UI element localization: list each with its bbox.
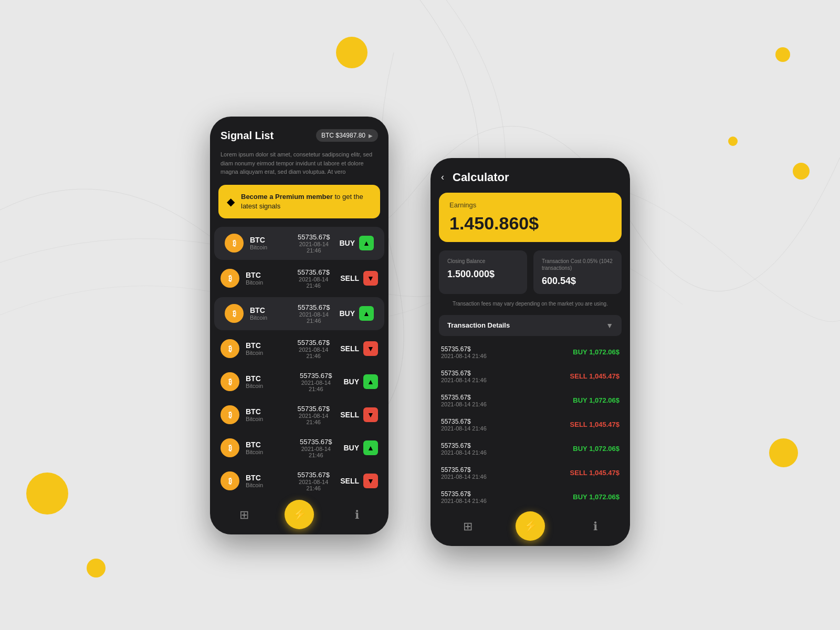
sell-btn[interactable]: ▼ [363, 341, 378, 356]
signal-item[interactable]: ₿ BTC Bitcoin 55735.67$ 2021-08-14 21:46… [210, 398, 388, 432]
tx-info: 55735.67$ 2021-08-14 21:46 [441, 394, 487, 407]
coin-full-name: Bitcoin [246, 383, 288, 389]
transaction-details-header[interactable]: Transaction Details ▼ [439, 315, 622, 336]
btc-icon: ₿ [220, 372, 239, 391]
price-date: 2021-08-14 21:46 [293, 413, 334, 425]
coin-full-name: Bitcoin [246, 279, 287, 286]
action-label: BUY [343, 377, 359, 386]
calculator-title: Calculator [453, 171, 509, 184]
earnings-card: Earnings 1.450.860$ [439, 193, 622, 242]
btc-icon: ₿ [220, 339, 239, 358]
tx-item[interactable]: 55735.67$ 2021-08-14 21:46 BUY 1,072.06$ [430, 388, 630, 413]
price-date: 2021-08-14 21:46 [293, 346, 334, 359]
earnings-value: 1.450.860$ [449, 213, 611, 234]
price-date: 2021-08-14 21:46 [295, 380, 337, 392]
grid-nav-icon[interactable]: ⊞ [239, 508, 249, 522]
tx-action: BUY 1,072.06$ [573, 396, 620, 404]
btc-price-value: BTC $34987.80 [321, 132, 365, 139]
btc-icon: ₿ [220, 405, 239, 424]
coin-full-name: Bitcoin [246, 416, 287, 422]
price-info: 55735.67$ 2021-08-14 21:46 [295, 372, 337, 392]
action-label: SELL [340, 344, 359, 353]
signal-header: Signal List BTC $34987.80 ▶ [210, 117, 388, 150]
stats-row: Closing Balance 1.500.000$ Transaction C… [439, 250, 622, 294]
coin-name: BTC [246, 407, 287, 416]
action-label: SELL [340, 274, 359, 282]
coin-info: BTC Bitcoin [246, 271, 287, 286]
sell-btn[interactable]: ▼ [363, 407, 378, 422]
lightning-nav-button[interactable]: ⚡ [285, 500, 314, 529]
coin-info: BTC Bitcoin [246, 374, 288, 389]
price-value: 55735.67$ [295, 303, 333, 311]
tx-item[interactable]: 55735.67$ 2021-08-14 21:46 SELL 1,045.47… [430, 461, 630, 485]
coin-info: BTC Bitcoin [246, 440, 288, 455]
left-phone: Signal List BTC $34987.80 ▶ Lorem ipsum … [210, 117, 388, 534]
price-value: 55735.67$ [293, 339, 334, 346]
info-nav-icon[interactable]: ℹ [593, 520, 597, 533]
action-label: BUY [343, 444, 359, 452]
signal-item[interactable]: ₿ BTC Bitcoin 55735.67$ 2021-08-14 21:46… [210, 332, 388, 365]
back-button[interactable]: ‹ [441, 172, 444, 183]
tx-item[interactable]: 55735.67$ 2021-08-14 21:46 BUY 1,072.06$ [430, 485, 630, 509]
lightning-nav-button[interactable]: ⚡ [516, 511, 545, 541]
price-info: 55735.67$ 2021-08-14 21:46 [293, 471, 334, 491]
action-label: BUY [339, 309, 355, 318]
tx-info: 55735.67$ 2021-08-14 21:46 [441, 490, 487, 504]
calculator-header: ‹ Calculator [430, 158, 630, 193]
signal-item[interactable]: ₿ BTC Bitcoin 55735.67$ 2021-08-14 21:46… [210, 262, 388, 295]
price-info: 55735.67$ 2021-08-14 21:46 [293, 268, 334, 289]
coin-info: BTC Bitcoin [246, 474, 287, 488]
price-date: 2021-08-14 21:46 [293, 276, 334, 289]
price-value: 55735.67$ [293, 268, 334, 276]
tx-action: BUY 1,072.06$ [573, 445, 620, 453]
tx-item[interactable]: 55735.67$ 2021-08-14 21:46 SELL 1,045.47… [430, 364, 630, 388]
closing-balance-card: Closing Balance 1.500.000$ [439, 250, 527, 294]
action-label: SELL [340, 411, 359, 419]
tx-date: 2021-08-14 21:46 [441, 449, 487, 456]
price-info: 55735.67$ 2021-08-14 21:46 [295, 303, 333, 324]
premium-banner[interactable]: ◆ Become a Premium member to get the lat… [218, 185, 380, 218]
tx-price: 55735.67$ [441, 394, 487, 401]
btc-price-badge[interactable]: BTC $34987.80 ▶ [316, 129, 378, 142]
buy-btn[interactable]: ▲ [363, 440, 378, 455]
tx-action: BUY 1,072.06$ [573, 493, 620, 501]
deco-circle-6 [769, 438, 798, 467]
price-info: 55735.67$ 2021-08-14 21:46 [295, 233, 333, 254]
grid-nav-icon[interactable]: ⊞ [463, 520, 472, 533]
tx-date: 2021-08-14 21:46 [441, 353, 487, 359]
signal-action: BUY ▲ [339, 236, 374, 250]
deco-circle-3 [26, 472, 68, 514]
signal-item[interactable]: ₿ BTC Bitcoin 55735.67$ 2021-08-14 21:46… [214, 227, 384, 260]
tx-price: 55735.67$ [441, 466, 487, 474]
tx-item[interactable]: 55735.67$ 2021-08-14 21:46 BUY 1,072.06$ [430, 437, 630, 461]
signal-action: SELL ▼ [340, 341, 378, 356]
price-date: 2021-08-14 21:46 [295, 446, 337, 458]
signal-item[interactable]: ₿ BTC Bitcoin 55735.67$ 2021-08-14 21:46… [214, 297, 384, 330]
signal-action: BUY ▲ [343, 374, 378, 389]
btc-icon: ₿ [220, 438, 239, 457]
tx-item[interactable]: 55735.67$ 2021-08-14 21:46 SELL 1,045.47… [430, 413, 630, 437]
buy-btn[interactable]: ▲ [359, 306, 374, 321]
sell-btn[interactable]: ▼ [363, 271, 378, 286]
buy-btn[interactable]: ▲ [363, 374, 378, 389]
left-bottom-nav: ⊞ ℹ ⚡ [210, 498, 388, 534]
coin-full-name: Bitcoin [250, 314, 288, 321]
buy-btn[interactable]: ▲ [359, 236, 374, 250]
coin-full-name: Bitcoin [250, 244, 288, 250]
signal-item[interactable]: ₿ BTC Bitcoin 55735.67$ 2021-08-14 21:46… [210, 432, 388, 465]
tx-item[interactable]: 55735.67$ 2021-08-14 21:46 BUY 1,072.06$ [430, 340, 630, 364]
signal-list: ₿ BTC Bitcoin 55735.67$ 2021-08-14 21:46… [210, 227, 388, 498]
chevron-down-icon: ▼ [606, 321, 613, 330]
action-label: SELL [340, 477, 359, 485]
tx-date: 2021-08-14 21:46 [441, 425, 487, 432]
sell-btn[interactable]: ▼ [363, 474, 378, 488]
signal-item[interactable]: ₿ BTC Bitcoin 55735.67$ 2021-08-14 21:46… [210, 365, 388, 398]
signal-action: SELL ▼ [340, 474, 378, 488]
coin-name: BTC [250, 236, 288, 244]
price-value: 55735.67$ [293, 471, 334, 479]
info-nav-icon[interactable]: ℹ [355, 508, 359, 522]
signal-item[interactable]: ₿ BTC Bitcoin 55735.67$ 2021-08-14 21:46… [210, 465, 388, 498]
tx-info: 55735.67$ 2021-08-14 21:46 [441, 370, 487, 383]
tx-date: 2021-08-14 21:46 [441, 401, 487, 407]
right-phone: ‹ Calculator Earnings 1.450.860$ Closing… [430, 158, 630, 546]
